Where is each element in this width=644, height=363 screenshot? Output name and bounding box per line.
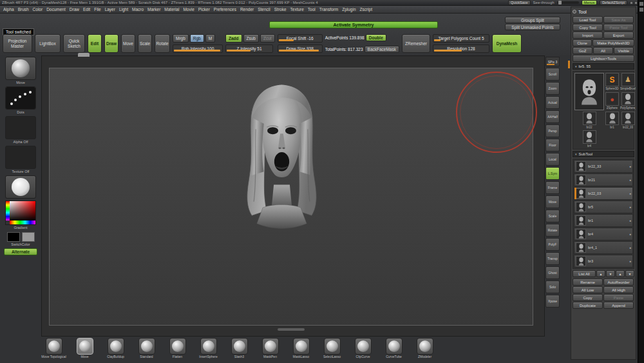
quick-sketch-button[interactable]: Quick Sketch <box>63 34 85 53</box>
tool-action-button[interactable]: All <box>593 47 613 54</box>
tool-action-button[interactable]: Visible <box>614 47 634 54</box>
tool-action-button[interactable]: Export <box>603 32 634 39</box>
spix-slider[interactable]: SPix 3 <box>545 57 560 66</box>
subtool-action-button[interactable]: Paste <box>603 294 634 301</box>
subtool-action-button[interactable]: Rename <box>573 279 603 286</box>
scale-button[interactable]: Scale <box>138 34 152 53</box>
lightbox-button[interactable]: LightBox <box>35 34 61 53</box>
right-shelf-button[interactable]: AAHalf <box>545 110 560 123</box>
brush-shortcut[interactable]: Flatten <box>164 338 191 359</box>
right-shelf-button[interactable]: Solo <box>545 280 560 293</box>
zsub-button[interactable]: Zsub <box>243 34 259 43</box>
default-zscript-button[interactable]: DefaultZScript <box>600 0 627 5</box>
visibility-eye-icon[interactable]: ● <box>629 246 631 250</box>
see-through-slider-thumb[interactable] <box>558 1 562 5</box>
subtool-row[interactable]: br22_03 ● <box>574 187 633 200</box>
tool-thumbnail[interactable]: br22_03 <box>620 112 636 129</box>
visibility-eye-icon[interactable]: ● <box>629 178 631 182</box>
tray-handle-icon[interactable] <box>639 8 643 12</box>
menu-item[interactable]: Zscript <box>360 7 373 12</box>
current-texture-tile[interactable]: Texture Off <box>4 146 37 173</box>
right-shelf-button[interactable]: Zoom <box>545 82 560 95</box>
saturation-value-area[interactable] <box>10 201 35 221</box>
rgb-intensity-slider[interactable]: Rgb Intensity 100 <box>173 44 223 53</box>
right-shelf-button[interactable]: Rotate <box>545 224 560 237</box>
subtool-header[interactable]: ▾ SubTool <box>573 151 634 157</box>
groups-split-button[interactable]: Groups Split <box>505 17 560 23</box>
focal-shift-slider[interactable]: Focal Shift -16 <box>278 34 323 43</box>
tool-action-button[interactable]: Paste Tool <box>603 24 634 31</box>
menu-item[interactable]: Picker <box>198 7 210 12</box>
resolution-slider[interactable]: Resolution 128 <box>433 44 489 53</box>
subtool-row[interactable]: br21 ● <box>574 173 633 186</box>
canvas-divider-handle[interactable] <box>78 53 90 57</box>
tool-action-button[interactable]: Clone <box>573 39 592 46</box>
alternate-button[interactable]: Alternate <box>4 248 37 255</box>
projection-master-button[interactable]: Projection Master <box>3 34 32 53</box>
right-shelf-button[interactable]: Scale <box>545 210 560 222</box>
brush-shortcut[interactable]: Standard <box>133 338 160 359</box>
menu-item[interactable]: Zplugin <box>342 7 355 12</box>
menu-item[interactable]: Material <box>164 7 179 12</box>
brush-shortcut[interactable]: ZModeler <box>411 338 439 359</box>
menu-item[interactable]: Layer <box>105 7 115 12</box>
tray-divider-thumb[interactable] <box>568 61 570 68</box>
subtool-row[interactable]: br4_1 ● <box>574 241 633 254</box>
double-button[interactable]: Double <box>366 34 386 41</box>
canvas-horizontal-scrollbar[interactable] <box>278 328 305 331</box>
tool-thumbnail[interactable]: ZSphere <box>605 92 619 110</box>
minimize-icon[interactable] <box>630 1 633 5</box>
menu-item[interactable]: Tool <box>308 7 316 12</box>
subtool-action-button[interactable]: Copy <box>573 294 603 301</box>
brush-shortcut[interactable]: Move <box>71 338 99 359</box>
canvas-area[interactable] <box>41 55 545 337</box>
right-shelf-button[interactable]: Move <box>545 195 560 208</box>
secondary-color-swatch[interactable] <box>22 232 35 242</box>
right-shelf-button[interactable]: Ghost <box>545 266 560 279</box>
subtool-up-button[interactable]: ▲ <box>596 270 605 277</box>
menu-item[interactable]: Preferences <box>214 7 236 12</box>
current-stroke-tile[interactable]: Dots <box>4 86 37 114</box>
quicksave-button[interactable]: QuickSave <box>508 0 531 5</box>
subtool-move-down-button[interactable]: ▼ <box>625 270 634 277</box>
zremesher-button[interactable]: ZRemesher <box>402 34 430 53</box>
current-tool-header[interactable]: ▾ br5. 55 <box>573 63 634 70</box>
visibility-eye-icon[interactable]: ● <box>629 164 631 168</box>
current-material-tile[interactable] <box>4 175 37 199</box>
right-shelf-button[interactable]: Local <box>545 153 560 166</box>
tool-thumbnail[interactable]: Sphere3D <box>605 73 619 91</box>
visibility-eye-icon[interactable]: ● <box>629 205 631 209</box>
tool-action-button[interactable]: Lightbox>Tools <box>573 55 634 62</box>
brush-shortcut[interactable]: MaskLasso <box>287 338 315 359</box>
brush-shortcut[interactable]: InsertSphere <box>194 338 222 359</box>
menu-item[interactable]: Movie <box>183 7 194 12</box>
tool-palette-header[interactable]: Tool <box>573 8 634 15</box>
visibility-eye-icon[interactable]: ● <box>629 219 631 222</box>
menu-item[interactable]: Macro <box>132 7 144 12</box>
m-button[interactable]: M <box>205 34 215 43</box>
mrgb-button[interactable]: Mrgb <box>173 34 189 43</box>
menu-item[interactable]: Render <box>240 7 254 12</box>
subtool-row[interactable]: br3 ● <box>574 255 633 268</box>
brush-shortcut[interactable]: CurveTube <box>380 338 408 359</box>
right-shelf-button[interactable]: Frame <box>545 181 560 194</box>
tool-action-button[interactable]: Save As <box>603 16 634 23</box>
see-through-slider[interactable] <box>557 1 579 4</box>
brush-shortcut[interactable]: ClayBuildup <box>102 338 129 359</box>
tool-action-button[interactable]: Import <box>573 32 603 39</box>
right-shelf-button[interactable]: Scroll <box>545 68 560 81</box>
visibility-eye-icon[interactable]: ● <box>629 191 631 195</box>
rotate-button[interactable]: Rotate <box>155 34 170 53</box>
list-all-button[interactable]: List All <box>573 270 596 277</box>
subtool-down-button[interactable]: ▼ <box>606 270 615 277</box>
zadd-button[interactable]: Zadd <box>225 34 242 43</box>
texture-thumbnail[interactable] <box>5 146 36 169</box>
main-color-swatch[interactable] <box>7 232 20 242</box>
right-tray-collapsed[interactable] <box>638 0 644 363</box>
visibility-eye-icon[interactable]: ● <box>629 232 631 236</box>
subtool-row[interactable]: br5 ● <box>574 201 633 213</box>
z-intensity-slider[interactable]: Z Intensity 51 <box>225 44 273 53</box>
tool-action-button[interactable]: Make PolyMesh3D <box>592 39 634 46</box>
tool-thumbnail[interactable]: br22 <box>574 112 604 129</box>
alpha-thumbnail[interactable] <box>5 116 36 139</box>
